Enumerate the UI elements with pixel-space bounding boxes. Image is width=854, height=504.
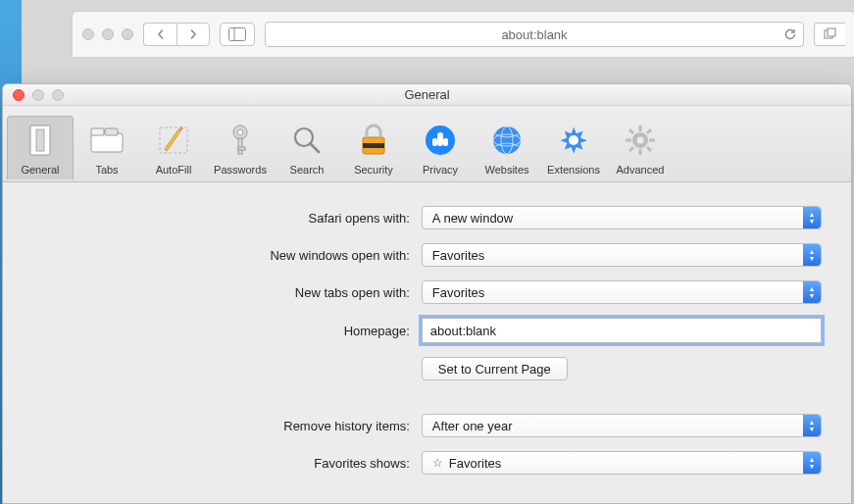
svg-line-31 [629, 129, 633, 133]
websites-icon [474, 121, 540, 160]
chevron-updown-icon: ▲▼ [803, 415, 821, 436]
tab-extensions-label: Extensions [540, 164, 607, 176]
security-icon [340, 121, 407, 160]
tab-search[interactable]: Search [274, 117, 340, 179]
tab-search-label: Search [274, 164, 340, 176]
label-homepage: Homepage: [32, 324, 422, 338]
select-opens-with-value: A new window [432, 211, 513, 226]
privacy-icon [407, 121, 474, 160]
select-favorites-shows-value: Favorites [449, 456, 501, 471]
extensions-icon [540, 121, 607, 160]
advanced-icon [607, 121, 674, 160]
sidebar-toggle-button[interactable] [220, 23, 255, 46]
svg-rect-12 [238, 138, 242, 154]
tab-security-label: Security [340, 164, 407, 176]
new-tab-button[interactable] [814, 23, 845, 46]
tab-extensions[interactable]: Extensions [540, 117, 607, 179]
tab-general-label: General [8, 164, 73, 176]
svg-line-34 [629, 147, 633, 151]
tab-passwords-label: Passwords [207, 164, 274, 176]
tab-advanced-label: Advanced [607, 164, 674, 176]
tabs-icon [74, 121, 140, 160]
chevron-updown-icon: ▲▼ [803, 452, 821, 474]
row-opens-with: Safari opens with: A new window ▲▼ [32, 206, 822, 229]
svg-rect-0 [229, 28, 246, 41]
url-bar-text: about:blank [501, 27, 567, 42]
svg-rect-6 [91, 133, 123, 152]
row-remove-history: Remove history items: After one year ▲▼ [32, 414, 822, 437]
select-new-tabs-value: Favorites [432, 285, 484, 300]
tab-general[interactable]: General [7, 116, 74, 179]
button-set-current-page[interactable]: Set to Current Page [422, 357, 568, 380]
forward-button[interactable] [176, 23, 210, 46]
svg-rect-17 [363, 143, 384, 148]
label-favorites-shows: Favorites shows: [32, 456, 422, 471]
chevron-updown-icon: ▲▼ [803, 244, 821, 266]
row-new-windows: New windows open with: Favorites ▲▼ [32, 243, 822, 267]
select-remove-history-value: After one year [432, 419, 513, 433]
select-favorites-shows[interactable]: ☆ Favorites ▲▼ [422, 451, 822, 475]
tab-passwords[interactable]: Passwords [207, 117, 274, 179]
tab-autofill-label: AutoFill [140, 164, 207, 176]
browser-toolbar: about:blank [72, 11, 854, 58]
svg-rect-21 [443, 138, 448, 146]
chevron-updown-icon: ▲▼ [803, 281, 821, 303]
tab-security[interactable]: Security [340, 117, 407, 179]
back-button[interactable] [143, 23, 176, 46]
svg-line-15 [311, 144, 319, 152]
tab-advanced[interactable]: Advanced [607, 117, 674, 179]
label-new-tabs: New tabs open with: [32, 285, 422, 300]
preferences-titlebar: General [3, 84, 851, 106]
search-icon [274, 121, 340, 160]
spacer [32, 394, 822, 414]
traffic-dim-icon [82, 28, 94, 40]
row-homepage: Homepage: [32, 318, 822, 343]
svg-rect-3 [828, 28, 835, 36]
svg-point-35 [637, 137, 644, 144]
tab-tabs-label: Tabs [74, 164, 140, 176]
autofill-icon [140, 121, 207, 160]
passwords-icon [207, 121, 274, 160]
svg-rect-8 [105, 128, 118, 135]
general-icon [8, 121, 73, 160]
select-new-windows[interactable]: Favorites ▲▼ [422, 243, 822, 267]
label-new-windows: New windows open with: [32, 248, 422, 263]
nav-back-forward-group [143, 23, 210, 46]
tab-autofill[interactable]: AutoFill [140, 117, 207, 179]
tab-tabs[interactable]: Tabs [74, 117, 140, 179]
preferences-toolbar: General Tabs AutoFill Passwords Search [3, 106, 851, 182]
tab-privacy-label: Privacy [407, 164, 474, 176]
label-opens-with: Safari opens with: [32, 211, 422, 226]
svg-point-22 [493, 126, 521, 154]
tab-privacy[interactable]: Privacy [407, 117, 474, 179]
select-new-tabs[interactable]: Favorites ▲▼ [422, 280, 822, 304]
svg-rect-7 [91, 128, 104, 135]
row-new-tabs: New tabs open with: Favorites ▲▼ [32, 280, 822, 304]
svg-point-11 [237, 129, 243, 135]
svg-line-33 [647, 129, 651, 133]
row-favorites-shows: Favorites shows: ☆ Favorites ▲▼ [32, 451, 822, 475]
input-homepage[interactable] [422, 318, 822, 343]
traffic-dim-icon [102, 28, 114, 40]
reload-icon[interactable] [783, 27, 797, 41]
traffic-dim-icon [122, 28, 133, 40]
row-set-current: Set to Current Page [32, 357, 822, 380]
svg-rect-5 [36, 129, 44, 151]
label-remove-history: Remove history items: [32, 419, 422, 433]
preferences-title: General [3, 87, 851, 102]
button-set-current-page-label: Set to Current Page [438, 362, 551, 377]
svg-line-32 [647, 147, 651, 151]
svg-point-25 [569, 135, 578, 145]
tab-websites[interactable]: Websites [474, 117, 540, 179]
chevron-updown-icon: ▲▼ [803, 207, 821, 228]
star-icon: ☆ [432, 456, 443, 470]
url-bar[interactable]: about:blank [265, 22, 804, 47]
svg-rect-20 [432, 138, 437, 146]
select-remove-history[interactable]: After one year ▲▼ [422, 414, 822, 437]
select-opens-with[interactable]: A new window ▲▼ [422, 206, 822, 229]
svg-rect-19 [437, 132, 443, 146]
preferences-window: General General Tabs AutoFill Passwords [2, 83, 852, 504]
browser-traffic-lights [82, 28, 133, 40]
select-new-windows-value: Favorites [432, 248, 484, 263]
preferences-content: Safari opens with: A new window ▲▼ New w… [3, 182, 851, 504]
